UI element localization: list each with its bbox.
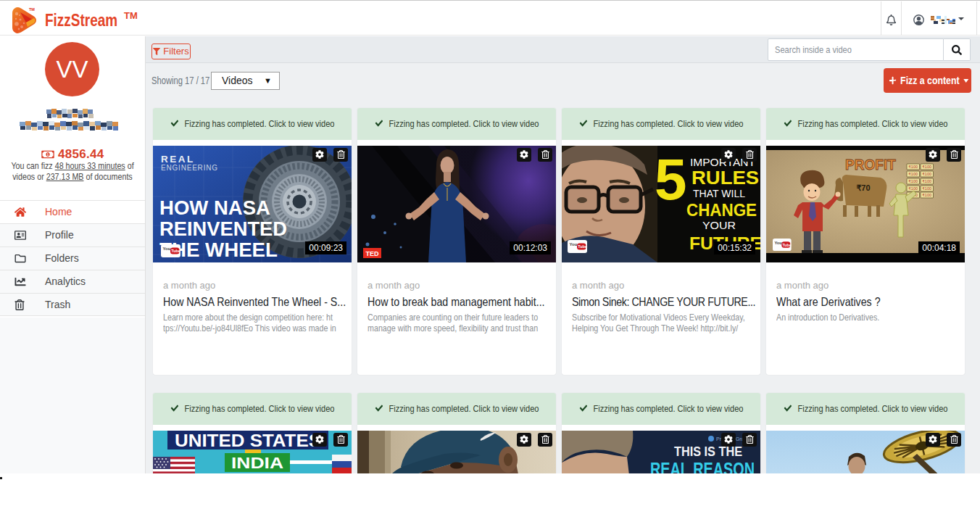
svg-text:REAL: REAL — [161, 154, 195, 165]
svg-text:ENGINEERING: ENGINEERING — [161, 164, 218, 172]
svg-text:THAT WILL: THAT WILL — [693, 187, 745, 199]
svg-text:UNITED STATES: UNITED STATES — [175, 431, 321, 450]
svg-text:RULES: RULES — [692, 167, 759, 188]
svg-text:PROFIT: PROFIT — [845, 156, 896, 173]
svg-text:YOUR: YOUR — [702, 219, 736, 231]
svg-text:HOW NASA: HOW NASA — [159, 197, 270, 219]
svg-text:TM: TM — [29, 7, 35, 12]
svg-text:REINVENTED: REINVENTED — [159, 218, 287, 240]
svg-text:TED: TED — [366, 250, 380, 257]
svg-text:CHANGE: CHANGE — [686, 201, 757, 220]
svg-text:₹70: ₹70 — [856, 183, 870, 192]
svg-text:INDIA: INDIA — [231, 454, 283, 472]
svg-text:5: 5 — [655, 147, 687, 212]
svg-text:REAL REASON: REAL REASON — [650, 458, 755, 473]
